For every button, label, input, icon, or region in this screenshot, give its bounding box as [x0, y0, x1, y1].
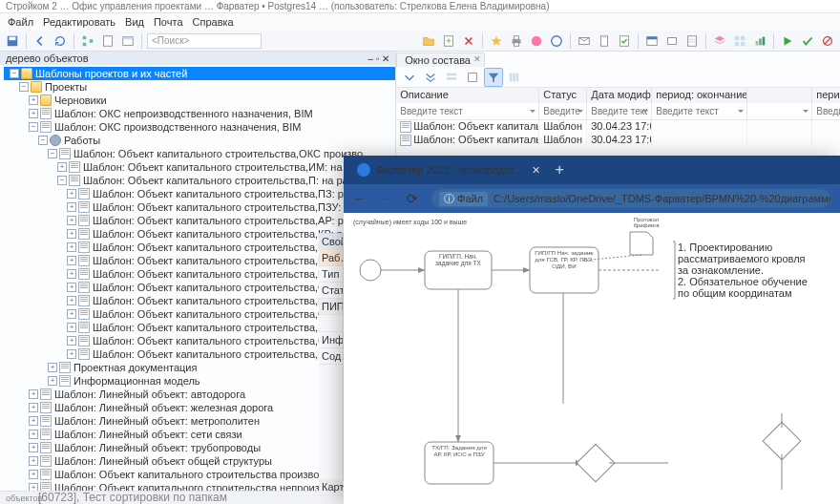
expand-icon[interactable]: +	[29, 483, 38, 491]
collapse-icon[interactable]: −	[19, 82, 29, 92]
tree-node[interactable]: +Шаблон: Объект капитального строительст…	[4, 160, 395, 174]
expand-icon[interactable]: +	[67, 242, 76, 252]
col-period-end[interactable]: период: окончание	[652, 88, 747, 103]
close-icon[interactable]: – ▫ ✕	[368, 53, 390, 64]
page-icon[interactable]	[99, 32, 116, 50]
collapse-icon[interactable]: −	[10, 69, 19, 78]
search-input[interactable]: <Поиск>	[147, 33, 262, 49]
browser-tab[interactable]: Фарватер 2022 - производст… ✕	[349, 158, 546, 181]
tree-node[interactable]: +Шаблон: Объект капитального строительст…	[4, 200, 395, 214]
link-icon[interactable]	[548, 32, 565, 50]
back-icon[interactable]: ←	[353, 191, 367, 206]
browser-viewport[interactable]: (случайные) имеет коды 100 и выше ГИП/ГП…	[344, 213, 840, 504]
tree-node[interactable]: −Проекты	[4, 80, 395, 94]
col-modified[interactable]: Дата модифика…	[587, 88, 652, 103]
expand-icon[interactable]: +	[67, 269, 76, 279]
check-icon[interactable]	[799, 32, 816, 50]
expand-icon[interactable]: +	[29, 416, 38, 426]
menu-edit[interactable]: Редактировать	[43, 16, 116, 28]
url-field[interactable]: ⓘ Файл C:/Users/maslo/OneDrive/_TDMS-Фар…	[431, 189, 830, 208]
refresh-icon[interactable]	[52, 32, 69, 50]
mail-icon[interactable]	[576, 32, 593, 50]
reload-icon[interactable]: ⟳	[407, 191, 418, 206]
save-icon[interactable]	[4, 32, 21, 50]
new-tab-button[interactable]: +	[556, 161, 564, 178]
tree-node[interactable]: −Шаблон: Объект капитального строительст…	[4, 174, 395, 187]
col-status[interactable]: Статус	[539, 88, 587, 103]
assign-icon[interactable]	[616, 32, 633, 50]
expand-icon[interactable]	[400, 68, 419, 87]
expand-icon[interactable]: +	[67, 296, 76, 305]
grid-row[interactable]: Шаблон: Объект капитального строитель… Ш…	[396, 134, 840, 147]
expand-icon[interactable]: +	[29, 389, 38, 399]
sheet-icon[interactable]	[683, 32, 701, 50]
back-icon[interactable]	[32, 32, 49, 50]
grid-row[interactable]: Шаблон: Объект капитального строитель… Ш…	[396, 120, 840, 134]
menu-view[interactable]: Вид	[125, 16, 144, 28]
tree-node[interactable]: +Шаблон: Объект капитального строительст…	[4, 187, 395, 200]
expand-all-icon[interactable]	[421, 68, 440, 87]
tree-node[interactable]: −Работы	[4, 134, 395, 147]
preview-icon[interactable]	[119, 32, 136, 50]
expand-icon[interactable]: +	[67, 229, 76, 239]
window-icon[interactable]	[643, 32, 661, 50]
layers-icon[interactable]	[711, 32, 728, 50]
filter-description[interactable]	[396, 103, 538, 119]
globe-icon[interactable]	[528, 32, 545, 50]
menu-help[interactable]: Справка	[193, 16, 234, 28]
delete-icon[interactable]	[460, 32, 477, 50]
expand-icon[interactable]: +	[48, 363, 57, 372]
card-icon[interactable]	[463, 68, 482, 87]
expand-icon[interactable]: +	[29, 403, 38, 412]
menu-mail[interactable]: Почта	[154, 16, 183, 28]
tree-node[interactable]: −Шаблоны проектов и их частей	[4, 67, 395, 80]
expand-icon[interactable]: +	[29, 443, 38, 452]
filter-period[interactable]	[652, 103, 746, 119]
expand-icon[interactable]: +	[67, 256, 76, 265]
columns-icon[interactable]	[505, 68, 524, 87]
close-icon[interactable]: ✕	[532, 164, 540, 177]
print-icon[interactable]	[508, 32, 525, 50]
tree-node[interactable]: +Шаблон: ОКС непроизводственного назначе…	[4, 107, 395, 120]
expand-icon[interactable]: +	[29, 95, 38, 105]
tree-icon[interactable]	[79, 32, 96, 50]
expand-icon[interactable]: +	[57, 162, 67, 172]
tab-composition[interactable]: Окно состава✕	[396, 52, 485, 67]
card-icon[interactable]	[663, 32, 681, 50]
star-icon[interactable]	[488, 32, 505, 50]
new-folder-icon[interactable]	[420, 32, 437, 50]
collapse-icon[interactable]: −	[48, 149, 57, 158]
close-icon[interactable]: ✕	[473, 54, 481, 64]
expand-icon[interactable]: +	[29, 456, 38, 466]
chart-icon[interactable]	[751, 32, 768, 50]
expand-icon[interactable]: +	[67, 189, 76, 199]
tree-node[interactable]: +Шаблон: Объект капитального строительст…	[4, 214, 395, 227]
expand-icon[interactable]: +	[29, 109, 38, 118]
collapse-icon[interactable]: −	[29, 122, 38, 132]
properties-tab[interactable]: Раб…	[319, 250, 343, 266]
col-description[interactable]: Описание	[396, 88, 539, 103]
tree-node[interactable]: +Черновики	[4, 94, 395, 107]
filter-period2[interactable]	[812, 103, 840, 119]
col-spacer[interactable]	[747, 88, 812, 103]
expand-icon[interactable]: +	[67, 202, 76, 212]
expand-icon[interactable]: +	[67, 216, 76, 225]
expand-icon[interactable]: +	[67, 323, 76, 332]
collapse-icon[interactable]: −	[38, 136, 48, 145]
expand-icon[interactable]: +	[67, 349, 76, 359]
play-icon[interactable]	[779, 32, 796, 50]
expand-icon[interactable]: +	[48, 376, 57, 386]
menu-file[interactable]: Файл	[8, 16, 33, 28]
filter-status[interactable]	[539, 103, 586, 119]
filter-modified[interactable]	[587, 103, 651, 119]
clipboard-icon[interactable]	[596, 32, 613, 50]
forward-icon[interactable]: →	[380, 191, 393, 206]
collapse-icon[interactable]: −	[57, 176, 67, 185]
expand-icon[interactable]: +	[67, 283, 76, 292]
col-period-end2[interactable]: период: оконч	[812, 88, 840, 103]
filter-icon[interactable]	[484, 68, 503, 87]
group-icon[interactable]	[442, 68, 461, 87]
expand-icon[interactable]: +	[67, 336, 76, 346]
cancel-icon[interactable]	[819, 32, 836, 50]
tree-node[interactable]: −Шаблон: ОКС производственного назначени…	[4, 120, 395, 134]
